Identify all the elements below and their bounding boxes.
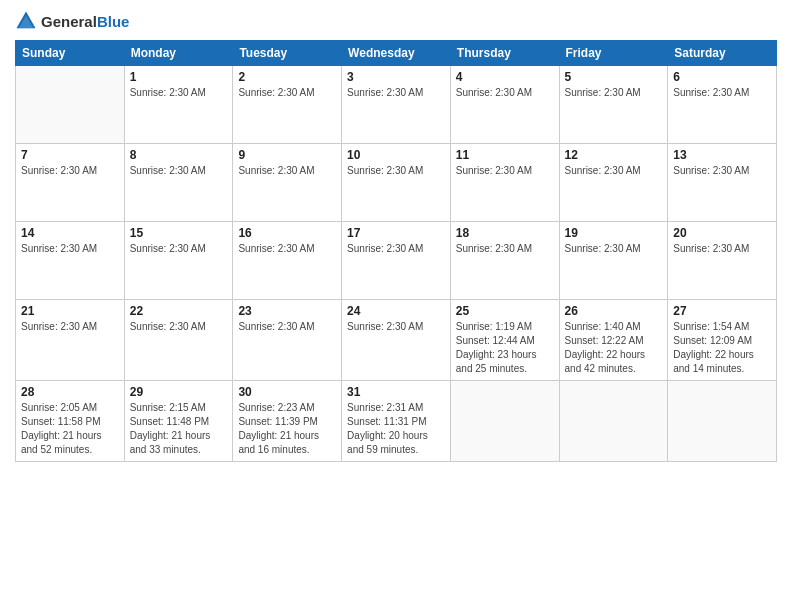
day-number: 31 [347, 385, 445, 399]
day-number: 11 [456, 148, 554, 162]
day-info: Sunrise: 2:30 AM [238, 320, 336, 334]
calendar-cell: 14Sunrise: 2:30 AM [16, 222, 125, 300]
calendar-cell: 21Sunrise: 2:30 AM [16, 300, 125, 381]
calendar-cell: 23Sunrise: 2:30 AM [233, 300, 342, 381]
calendar-week-3: 14Sunrise: 2:30 AM15Sunrise: 2:30 AM16Su… [16, 222, 777, 300]
day-number: 1 [130, 70, 228, 84]
logo-text: GeneralBlue [41, 13, 129, 30]
day-info: Sunrise: 2:30 AM [673, 242, 771, 256]
day-number: 26 [565, 304, 663, 318]
day-info: Sunrise: 1:54 AM Sunset: 12:09 AM Daylig… [673, 320, 771, 376]
calendar-cell: 1Sunrise: 2:30 AM [124, 66, 233, 144]
day-number: 19 [565, 226, 663, 240]
weekday-header-monday: Monday [124, 41, 233, 66]
day-number: 16 [238, 226, 336, 240]
day-info: Sunrise: 2:30 AM [238, 242, 336, 256]
calendar-cell: 22Sunrise: 2:30 AM [124, 300, 233, 381]
day-info: Sunrise: 2:30 AM [347, 242, 445, 256]
day-number: 2 [238, 70, 336, 84]
day-info: Sunrise: 1:19 AM Sunset: 12:44 AM Daylig… [456, 320, 554, 376]
day-number: 10 [347, 148, 445, 162]
day-number: 14 [21, 226, 119, 240]
calendar-cell: 12Sunrise: 2:30 AM [559, 144, 668, 222]
calendar-table: SundayMondayTuesdayWednesdayThursdayFrid… [15, 40, 777, 462]
calendar-cell: 20Sunrise: 2:30 AM [668, 222, 777, 300]
day-number: 18 [456, 226, 554, 240]
calendar-cell: 27Sunrise: 1:54 AM Sunset: 12:09 AM Dayl… [668, 300, 777, 381]
day-info: Sunrise: 2:30 AM [347, 86, 445, 100]
day-info: Sunrise: 2:30 AM [456, 86, 554, 100]
day-number: 12 [565, 148, 663, 162]
calendar-cell [450, 381, 559, 462]
calendar-cell [16, 66, 125, 144]
calendar-week-1: 1Sunrise: 2:30 AM2Sunrise: 2:30 AM3Sunri… [16, 66, 777, 144]
calendar-cell: 24Sunrise: 2:30 AM [342, 300, 451, 381]
weekday-header-wednesday: Wednesday [342, 41, 451, 66]
day-info: Sunrise: 2:30 AM [565, 164, 663, 178]
day-info: Sunrise: 2:30 AM [347, 164, 445, 178]
page: GeneralBlue SundayMondayTuesdayWednesday… [0, 0, 792, 612]
day-number: 23 [238, 304, 336, 318]
day-number: 25 [456, 304, 554, 318]
calendar-cell: 25Sunrise: 1:19 AM Sunset: 12:44 AM Dayl… [450, 300, 559, 381]
day-info: Sunrise: 2:31 AM Sunset: 11:31 PM Daylig… [347, 401, 445, 457]
day-info: Sunrise: 2:23 AM Sunset: 11:39 PM Daylig… [238, 401, 336, 457]
day-number: 22 [130, 304, 228, 318]
calendar-cell [668, 381, 777, 462]
weekday-header-thursday: Thursday [450, 41, 559, 66]
calendar-cell: 13Sunrise: 2:30 AM [668, 144, 777, 222]
day-number: 13 [673, 148, 771, 162]
calendar-week-2: 7Sunrise: 2:30 AM8Sunrise: 2:30 AM9Sunri… [16, 144, 777, 222]
day-number: 4 [456, 70, 554, 84]
day-info: Sunrise: 2:30 AM [21, 320, 119, 334]
day-number: 30 [238, 385, 336, 399]
day-number: 28 [21, 385, 119, 399]
day-number: 7 [21, 148, 119, 162]
calendar-cell: 3Sunrise: 2:30 AM [342, 66, 451, 144]
day-number: 17 [347, 226, 445, 240]
day-info: Sunrise: 2:30 AM [456, 164, 554, 178]
calendar-cell: 6Sunrise: 2:30 AM [668, 66, 777, 144]
calendar-cell: 5Sunrise: 2:30 AM [559, 66, 668, 144]
day-info: Sunrise: 2:30 AM [238, 164, 336, 178]
day-info: Sunrise: 2:30 AM [347, 320, 445, 334]
day-info: Sunrise: 2:30 AM [565, 242, 663, 256]
calendar-cell: 28Sunrise: 2:05 AM Sunset: 11:58 PM Dayl… [16, 381, 125, 462]
calendar-cell: 31Sunrise: 2:31 AM Sunset: 11:31 PM Dayl… [342, 381, 451, 462]
day-number: 6 [673, 70, 771, 84]
calendar-cell: 30Sunrise: 2:23 AM Sunset: 11:39 PM Dayl… [233, 381, 342, 462]
calendar-cell: 2Sunrise: 2:30 AM [233, 66, 342, 144]
day-info: Sunrise: 2:30 AM [130, 86, 228, 100]
weekday-header-friday: Friday [559, 41, 668, 66]
weekday-header-row: SundayMondayTuesdayWednesdayThursdayFrid… [16, 41, 777, 66]
day-number: 5 [565, 70, 663, 84]
day-info: Sunrise: 2:30 AM [456, 242, 554, 256]
weekday-header-saturday: Saturday [668, 41, 777, 66]
calendar-cell: 15Sunrise: 2:30 AM [124, 222, 233, 300]
day-info: Sunrise: 2:30 AM [673, 164, 771, 178]
calendar-week-4: 21Sunrise: 2:30 AM22Sunrise: 2:30 AM23Su… [16, 300, 777, 381]
logo: GeneralBlue [15, 10, 129, 32]
day-info: Sunrise: 2:30 AM [130, 242, 228, 256]
day-info: Sunrise: 2:30 AM [130, 164, 228, 178]
calendar-cell: 4Sunrise: 2:30 AM [450, 66, 559, 144]
day-info: Sunrise: 2:30 AM [673, 86, 771, 100]
day-info: Sunrise: 2:30 AM [21, 164, 119, 178]
calendar-cell [559, 381, 668, 462]
calendar-cell: 7Sunrise: 2:30 AM [16, 144, 125, 222]
calendar-cell: 10Sunrise: 2:30 AM [342, 144, 451, 222]
calendar-cell: 16Sunrise: 2:30 AM [233, 222, 342, 300]
day-number: 8 [130, 148, 228, 162]
day-info: Sunrise: 2:15 AM Sunset: 11:48 PM Daylig… [130, 401, 228, 457]
day-number: 20 [673, 226, 771, 240]
day-number: 29 [130, 385, 228, 399]
day-info: Sunrise: 2:30 AM [238, 86, 336, 100]
day-info: Sunrise: 1:40 AM Sunset: 12:22 AM Daylig… [565, 320, 663, 376]
day-number: 24 [347, 304, 445, 318]
weekday-header-sunday: Sunday [16, 41, 125, 66]
day-number: 9 [238, 148, 336, 162]
day-number: 21 [21, 304, 119, 318]
day-info: Sunrise: 2:30 AM [130, 320, 228, 334]
logo-icon [15, 10, 37, 32]
day-info: Sunrise: 2:05 AM Sunset: 11:58 PM Daylig… [21, 401, 119, 457]
